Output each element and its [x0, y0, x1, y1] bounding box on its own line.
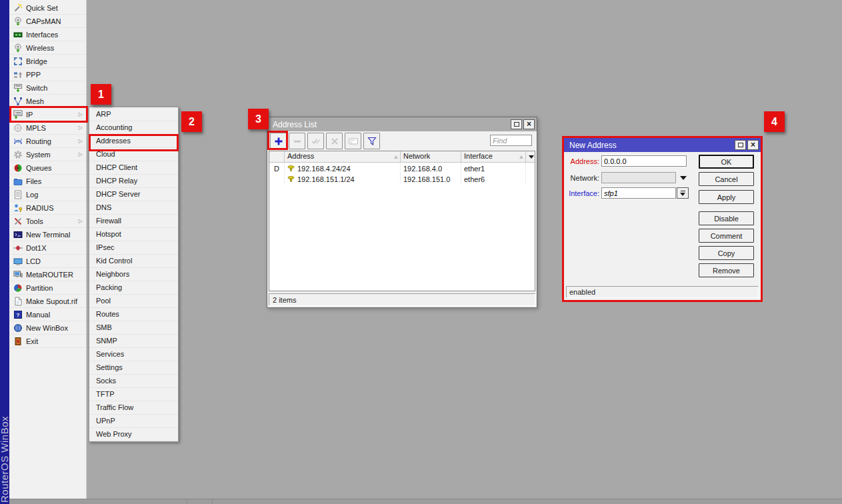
sidebar-item-mpls[interactable]: MPLS▷ [9, 121, 86, 135]
sidebar-item-system[interactable]: System▷ [9, 148, 86, 161]
sidebar-item-bridge[interactable]: Bridge [9, 55, 86, 68]
filter-button[interactable] [363, 133, 380, 149]
sidebar-item-files[interactable]: Files [9, 175, 86, 188]
sidebar-item-partition[interactable]: Partition [9, 281, 86, 295]
submenu-item-snmp[interactable]: SNMP [89, 335, 178, 348]
column-header-address[interactable]: Address [285, 151, 401, 162]
sidebar-item-interfaces[interactable]: Interfaces [9, 28, 86, 41]
submenu-item-kid-control[interactable]: Kid Control [89, 255, 178, 268]
column-header-network[interactable]: Network [401, 151, 461, 162]
network-dropdown-icon[interactable] [680, 176, 687, 180]
submenu-item-settings[interactable]: Settings [89, 361, 178, 375]
sidebar-item-log[interactable]: Log [9, 188, 86, 201]
sidebar-item-queues[interactable]: Queues [9, 161, 86, 175]
log-icon [13, 190, 23, 199]
submenu-item-smb[interactable]: SMB [89, 321, 178, 335]
sidebar-item-label: New Terminal [26, 231, 70, 239]
ok-button[interactable]: OK [699, 155, 754, 169]
address-list-titlebar[interactable]: Address List × [267, 117, 537, 131]
disable-button[interactable] [326, 133, 343, 149]
new-address-titlebar[interactable]: New Address × [564, 138, 761, 152]
submenu-item-packing[interactable]: Packing [89, 281, 178, 295]
sidebar-item-ip[interactable]: 255IP▷ [9, 108, 86, 121]
sidebar-item-label: Dot1X [26, 244, 47, 252]
sidebar-item-dot1x[interactable]: Dot1X [9, 241, 86, 255]
submenu-item-web-proxy[interactable]: Web Proxy [89, 428, 178, 441]
submenu-item-tftp[interactable]: TFTP [89, 388, 178, 401]
sidebar-item-label: Files [26, 177, 41, 185]
sidebar-item-metarouter[interactable]: MetaROUTER [9, 268, 86, 281]
metarouter-icon [13, 270, 23, 279]
add-button[interactable] [270, 133, 287, 149]
submenu-item-dhcp-server[interactable]: DHCP Server [89, 188, 178, 201]
submenu-item-cloud[interactable]: Cloud [89, 148, 178, 161]
lcd-icon [13, 257, 23, 266]
files-icon [13, 177, 23, 186]
sidebar-item-make-supout-rif[interactable]: Make Supout.rif [9, 295, 86, 308]
address-field[interactable] [601, 155, 687, 167]
sidebar-item-new-terminal[interactable]: New Terminal [9, 228, 86, 241]
check-icon [311, 136, 321, 147]
interface-field[interactable] [601, 187, 676, 199]
submenu-item-routes[interactable]: Routes [89, 308, 178, 321]
funnel-icon [367, 136, 377, 147]
apply-button[interactable]: Apply [699, 190, 754, 204]
submenu-item-pool[interactable]: Pool [89, 295, 178, 308]
submenu-item-dhcp-client[interactable]: DHCP Client [89, 161, 178, 175]
submenu-item-dhcp-relay[interactable]: DHCP Relay [89, 175, 178, 188]
comment-button[interactable] [345, 133, 361, 149]
sidebar-item-ppp[interactable]: PPP [9, 68, 86, 81]
column-header-flag[interactable] [269, 151, 285, 162]
remove-button[interactable] [289, 133, 305, 149]
sidebar-item-exit[interactable]: Exit [9, 335, 86, 348]
find-input[interactable] [490, 135, 532, 146]
submenu-item-traffic-flow[interactable]: Traffic Flow [89, 401, 178, 415]
sidebar-item-switch[interactable]: Switch [9, 81, 86, 95]
submenu-item-socks[interactable]: Socks [89, 375, 178, 388]
sidebar-item-capsman[interactable]: CAPsMAN [9, 15, 86, 28]
sidebar-item-wireless[interactable]: Wireless [9, 41, 86, 55]
close-button[interactable]: × [747, 140, 759, 150]
sidebar-item-new-winbox[interactable]: New WinBox [9, 321, 86, 335]
submenu-item-firewall[interactable]: Firewall [89, 215, 178, 228]
submenu-item-neighbors[interactable]: Neighbors [89, 268, 178, 281]
sidebar-item-tools[interactable]: Tools▷ [9, 215, 86, 228]
column-header-label: Address [287, 152, 314, 160]
submenu-item-accounting[interactable]: Accounting [89, 121, 178, 135]
column-options-button[interactable] [526, 151, 535, 162]
submenu-item-hotspot[interactable]: Hotspot [89, 228, 178, 241]
column-header-interface[interactable]: Interface [461, 151, 526, 162]
maximize-button[interactable] [511, 119, 522, 129]
table-row[interactable]: 192.168.151.1/24192.168.151.0ether6 [269, 173, 535, 184]
sidebar-item-routing[interactable]: Routing▷ [9, 135, 86, 148]
sidebar-item-label: IP [26, 111, 33, 119]
ip-icon: 255 [13, 110, 23, 119]
submenu-item-services[interactable]: Services [89, 348, 178, 361]
enable-button[interactable] [307, 133, 324, 149]
submenu-item-addresses[interactable]: Addresses [89, 135, 178, 148]
close-button[interactable]: × [523, 119, 535, 129]
table-row[interactable]: D192.168.4.24/24192.168.4.0ether1 [269, 163, 535, 173]
submenu-item-arp[interactable]: ARP [89, 108, 178, 121]
sidebar-item-radius[interactable]: RADIUS [9, 201, 86, 215]
sidebar-item-manual[interactable]: ?Manual [9, 308, 86, 321]
sidebar-item-quick-set[interactable]: Quick Set [9, 1, 86, 15]
remove-button[interactable]: Remove [699, 263, 754, 277]
disable-button[interactable]: Disable [699, 211, 754, 225]
sidebar-item-label: Routing [26, 137, 51, 145]
address-table-body: D192.168.4.24/24192.168.4.0ether1192.168… [269, 163, 535, 184]
winbox-app: RouterOS WinBox Quick SetCAPsMANInterfac… [0, 0, 842, 504]
copy-button[interactable]: Copy [699, 246, 754, 260]
svg-text:?: ? [16, 312, 19, 318]
column-header-label: Interface [464, 152, 493, 160]
comment-button[interactable]: Comment [699, 229, 754, 243]
sidebar-item-lcd[interactable]: LCD [9, 255, 86, 268]
submenu-item-ipsec[interactable]: IPsec [89, 241, 178, 255]
submenu-item-upnp[interactable]: UPnP [89, 415, 178, 428]
interface-dropdown-button[interactable] [677, 187, 689, 199]
submenu-item-dns[interactable]: DNS [89, 201, 178, 215]
dropdown-arrow-icon [680, 193, 685, 196]
cancel-button[interactable]: Cancel [699, 172, 754, 186]
sidebar-item-mesh[interactable]: Mesh [9, 95, 86, 108]
maximize-button[interactable] [735, 140, 746, 150]
